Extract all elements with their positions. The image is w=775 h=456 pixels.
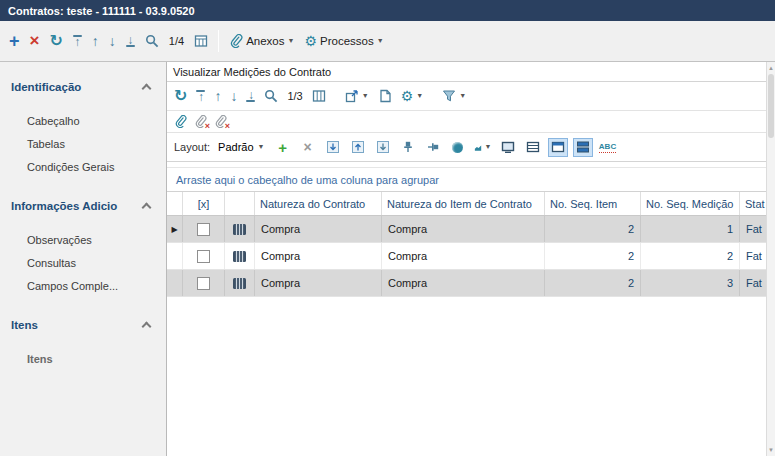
record-book-icon bbox=[232, 223, 247, 236]
window-title: Contratos: teste - 111111 - 03.9.0520 bbox=[8, 5, 195, 17]
attach-file-button[interactable] bbox=[174, 115, 187, 128]
plus-icon: + bbox=[9, 33, 20, 49]
delete-record-button[interactable]: × bbox=[30, 33, 40, 49]
grid-previous-row-button[interactable]: ↑ bbox=[214, 89, 221, 103]
view-rows-button[interactable] bbox=[523, 138, 543, 157]
header-icon-column[interactable] bbox=[225, 192, 255, 215]
sidebar-section-informacoes-adicionais[interactable]: Informações Adicio bbox=[0, 197, 166, 215]
toolbar-separator bbox=[432, 85, 433, 107]
sidebar-item-label: Observações bbox=[27, 234, 92, 246]
conditional-formatting-button[interactable] bbox=[448, 138, 468, 157]
grid-search-button[interactable] bbox=[264, 89, 278, 103]
record-counter: 1/4 bbox=[169, 35, 184, 47]
add-layout-button[interactable]: + bbox=[273, 138, 293, 157]
upload-layout-button[interactable] bbox=[348, 138, 368, 157]
chevron-up-icon bbox=[142, 84, 152, 94]
group-by-panel[interactable]: Arraste aqui o cabeçalho de uma coluna p… bbox=[167, 167, 766, 192]
grid-filter-button[interactable]: ▼ bbox=[442, 89, 466, 103]
pin-row-button[interactable] bbox=[423, 138, 443, 157]
grid-next-row-button[interactable]: ↓ bbox=[230, 89, 237, 103]
row-indicator: ▶ bbox=[167, 216, 183, 242]
grid-report-button[interactable] bbox=[378, 89, 392, 103]
delete-all-attachments-button[interactable]: × bbox=[214, 115, 227, 128]
row-checkbox[interactable] bbox=[197, 277, 210, 290]
header-row-indicator bbox=[167, 192, 183, 215]
scrollbar-thumb[interactable] bbox=[768, 74, 774, 138]
delete-layout-button[interactable]: × bbox=[298, 138, 318, 157]
view-editor-button[interactable] bbox=[194, 34, 208, 48]
row-checkbox[interactable] bbox=[197, 223, 210, 236]
header-seq-item[interactable]: No. Seq. Item bbox=[545, 192, 641, 215]
last-record-button[interactable]: ↓ bbox=[126, 35, 135, 47]
chevron-down-icon: ▼ bbox=[258, 143, 265, 151]
spell-check-button[interactable]: ABC bbox=[598, 138, 618, 157]
chevron-down-icon: ▼ bbox=[362, 92, 369, 100]
pin-column-button[interactable] bbox=[398, 138, 418, 157]
layout-preset-dropdown[interactable]: Padrão ▼ bbox=[215, 140, 267, 154]
grid-export-button[interactable]: ▼ bbox=[345, 89, 369, 103]
grid-settings-button[interactable]: ⚙ ▼ bbox=[401, 89, 424, 103]
search-button[interactable] bbox=[145, 34, 159, 48]
sidebar-item-cabecalho[interactable]: Cabeçalho bbox=[0, 110, 166, 133]
chevron-down-icon: ▼ bbox=[377, 37, 384, 45]
next-record-button[interactable]: ↓ bbox=[109, 34, 116, 48]
sidebar-section-identificacao[interactable]: Identificação bbox=[0, 78, 166, 96]
cell-natureza-contrato: Compra bbox=[255, 216, 382, 242]
chart-button[interactable]: ▼ bbox=[473, 138, 493, 157]
refresh-button[interactable]: ↻ bbox=[49, 33, 62, 49]
sidebar-item-tabelas[interactable]: Tabelas bbox=[0, 133, 166, 156]
toolbar-separator bbox=[335, 85, 336, 107]
paperclip-delete-icon: × bbox=[214, 115, 227, 128]
sidebar-item-condicoes-gerais[interactable]: Condições Gerais bbox=[0, 156, 166, 179]
previous-record-button[interactable]: ↑ bbox=[92, 34, 99, 48]
split-view-icon bbox=[576, 140, 590, 154]
section-label: Informações Adicio bbox=[11, 200, 117, 212]
sidebar-item-itens[interactable]: Itens bbox=[0, 348, 166, 371]
sidebar-item-label: Itens bbox=[27, 353, 53, 365]
view-header-button[interactable] bbox=[548, 138, 568, 157]
scroll-up-icon[interactable]: ▲ bbox=[767, 63, 775, 73]
header-status[interactable]: Stat bbox=[740, 192, 766, 215]
header-checkbox-column[interactable]: [x] bbox=[183, 192, 225, 215]
apply-layout-button[interactable] bbox=[323, 138, 343, 157]
remove-attachment-button[interactable]: × bbox=[194, 115, 207, 128]
table-row[interactable]: Compra Compra 2 2 Fat bbox=[167, 243, 766, 270]
header-seq-medicao[interactable]: No. Seq. Medição bbox=[641, 192, 740, 215]
sidebar-item-campos-complementares[interactable]: Campos Comple... bbox=[0, 275, 166, 298]
view-split-button[interactable] bbox=[573, 138, 593, 157]
sidebar-item-consultas[interactable]: Consultas bbox=[0, 252, 166, 275]
table-row[interactable]: Compra Compra 2 3 Fat bbox=[167, 270, 766, 297]
anexos-menu-button[interactable]: Anexos ▼ bbox=[229, 34, 294, 48]
header-natureza-contrato[interactable]: Natureza do Contrato bbox=[255, 192, 382, 215]
view-normal-button[interactable] bbox=[498, 138, 518, 157]
sidebar-section-itens[interactable]: Itens bbox=[0, 316, 166, 334]
row-checkbox[interactable] bbox=[197, 250, 210, 263]
cell-seq-medicao: 2 bbox=[641, 243, 740, 269]
download-layout-button[interactable] bbox=[373, 138, 393, 157]
first-record-button[interactable]: ↑ bbox=[73, 35, 82, 47]
grid-first-row-button[interactable]: ↑ bbox=[196, 90, 205, 102]
grid-refresh-button[interactable]: ↻ bbox=[174, 88, 187, 104]
document-icon bbox=[378, 89, 392, 103]
window-titlebar[interactable]: Contratos: teste - 111111 - 03.9.0520 bbox=[0, 0, 775, 21]
header-natureza-item[interactable]: Natureza do Item de Contrato bbox=[382, 192, 545, 215]
navigation-sidebar: Identificação Cabeçalho Tabelas Condiçõe… bbox=[0, 62, 167, 456]
cell-status: Fat bbox=[740, 216, 766, 242]
add-record-button[interactable]: + bbox=[9, 33, 20, 49]
chevron-down-icon: ▼ bbox=[459, 92, 466, 100]
vertical-scrollbar[interactable]: ▲ ▼ bbox=[766, 62, 775, 456]
processos-menu-button[interactable]: ⚙ Processos ▼ bbox=[304, 34, 383, 48]
attachments-toolbar: × × bbox=[167, 111, 766, 133]
sphere-icon bbox=[452, 142, 463, 153]
refresh-icon: ↻ bbox=[49, 33, 62, 49]
grid-last-row-button[interactable]: ↓ bbox=[246, 90, 255, 102]
cell-natureza-item: Compra bbox=[382, 243, 545, 269]
scroll-down-icon[interactable]: ▼ bbox=[767, 445, 775, 455]
table-columns-icon bbox=[312, 89, 326, 103]
section-label: Itens bbox=[11, 319, 38, 331]
sidebar-item-observacoes[interactable]: Observações bbox=[0, 229, 166, 252]
panel-title-text: Visualizar Medições do Contrato bbox=[173, 66, 331, 78]
grid-columns-button[interactable] bbox=[312, 89, 326, 103]
processos-label: Processos bbox=[320, 35, 374, 47]
table-row[interactable]: ▶ Compra Compra 2 1 Fat bbox=[167, 216, 766, 243]
